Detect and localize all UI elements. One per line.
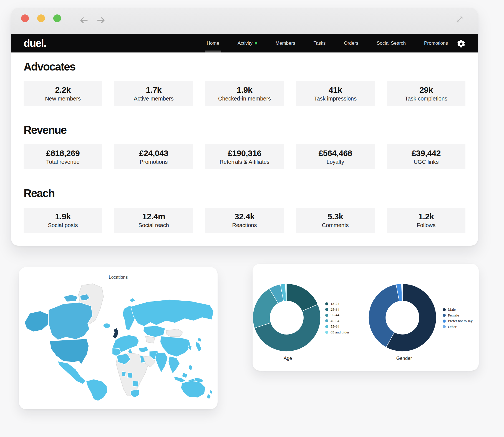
stat-label: Total revenue	[46, 159, 80, 165]
stat-label: Social posts	[48, 222, 78, 228]
age-donut-chart	[253, 283, 321, 352]
stat-card-new-members: 2.2kNew members	[24, 81, 102, 106]
activity-status-dot-icon	[255, 42, 257, 44]
nav-item-promotions[interactable]: Promotions	[422, 34, 450, 52]
map-region-philippines	[188, 364, 192, 371]
stat-label: UGC links	[414, 159, 439, 165]
section-title-reach: Reach	[24, 188, 465, 199]
map-region-south-america	[86, 379, 107, 401]
map-region-japan-north	[198, 338, 202, 342]
stat-card-social-reach: 12.4mSocial reach	[114, 208, 193, 233]
nav-item-activity[interactable]: Activity	[236, 34, 259, 52]
stat-card-loyalty: £564,468Loyalty	[296, 144, 375, 169]
stat-card-referrals-affiliates: £190,316Referrals & Affiliates	[205, 144, 284, 169]
map-region-india	[155, 352, 168, 373]
dashboard-content: Advocates2.2kNew members1.7kActive membe…	[11, 61, 478, 244]
stats-sections: Advocates2.2kNew members1.7kActive membe…	[24, 61, 465, 233]
nav-item-orders[interactable]: Orders	[342, 34, 360, 52]
map-region-new-zealand-north	[209, 390, 213, 395]
stat-label: Task completions	[405, 96, 447, 101]
world-map	[22, 283, 214, 401]
stat-card-promotions: £24,043Promotions	[114, 144, 193, 169]
map-region-angola	[132, 381, 138, 387]
stat-value: 1.9k	[237, 86, 252, 94]
legend-label: Prefer not to say	[448, 319, 473, 323]
legend-swatch-icon	[325, 319, 328, 322]
stat-value: 1.9k	[55, 212, 70, 221]
settings-gear-icon[interactable]	[457, 39, 465, 47]
stat-value: £39,442	[412, 149, 441, 157]
back-arrow-icon[interactable]	[80, 16, 88, 24]
stat-label: Social reach	[138, 222, 169, 228]
stat-value: 1.2k	[418, 212, 434, 221]
legend-item-65-and-older: 65 and older	[325, 330, 349, 335]
legend-swatch-icon	[325, 308, 328, 311]
map-region-new-zealand-south	[206, 394, 211, 400]
age-chart-caption: Age	[284, 356, 292, 361]
map-region-mexico	[58, 361, 85, 384]
map-region-arctic-islands-west	[63, 295, 78, 302]
nav-item-social-search[interactable]: Social Search	[375, 34, 408, 52]
nav-item-label: Promotions	[424, 41, 448, 46]
stat-label: Reactions	[232, 222, 257, 228]
legend-item-other: Other	[443, 324, 473, 330]
stat-label: Task impressions	[314, 96, 357, 101]
reach-card-row: 1.9kSocial posts12.4mSocial reach32.4kRe…	[24, 208, 465, 233]
map-region-alaska	[24, 311, 48, 332]
map-region-central-asia	[145, 336, 155, 343]
active-tab-underline	[205, 51, 221, 52]
stat-value: 12.4m	[142, 212, 165, 221]
stat-value: £190,316	[228, 149, 261, 157]
stat-label: Comments	[322, 222, 349, 228]
stat-label: New members	[45, 96, 81, 101]
legend-swatch-icon	[443, 314, 446, 317]
revenue-card-row: £818,269Total revenue£24,043Promotions£1…	[24, 144, 465, 169]
legend-item-25-34: 25-34	[325, 307, 349, 313]
map-region-iceland	[103, 323, 110, 328]
stat-value: 41k	[329, 86, 342, 94]
legend-label: 35-44	[331, 313, 339, 317]
map-region-southeast-asia	[168, 356, 180, 374]
forward-arrow-icon[interactable]	[97, 16, 105, 24]
dashboard-screenshot: duel. HomeActivityMembersTasksOrdersSoci…	[0, 0, 504, 437]
stat-card-ugc-links: £39,442UGC links	[387, 144, 465, 169]
section-title-revenue: Revenue	[24, 124, 465, 135]
gender-chart-caption: Gender	[396, 356, 412, 361]
nav-item-label: Home	[207, 41, 219, 46]
stat-value: £564,468	[319, 149, 352, 157]
nav-item-home[interactable]: Home	[205, 34, 221, 52]
stat-label: Referrals & Affiliates	[220, 159, 269, 165]
stat-card-social-posts: 1.9kSocial posts	[24, 208, 102, 233]
traffic-light-minimize-button[interactable]	[37, 14, 45, 22]
legend-swatch-icon	[325, 314, 328, 317]
legend-label: 18-24	[331, 302, 339, 306]
expand-window-icon[interactable]	[456, 16, 463, 23]
age-legend: 18-2425-3435-4445-5455-6465 and older	[325, 301, 349, 335]
legend-label: 25-34	[331, 307, 339, 312]
map-region-mongolia	[166, 329, 183, 336]
legend-label: 55-64	[331, 324, 339, 329]
map-region-australia	[181, 381, 205, 398]
legend-label: Male	[448, 307, 456, 312]
map-region-borneo	[182, 373, 188, 378]
stat-card-comments: 5.3kComments	[296, 208, 375, 233]
legend-swatch-icon	[325, 325, 328, 328]
stat-value: 2.2k	[55, 86, 70, 94]
legend-item-55-64: 55-64	[325, 324, 349, 330]
stat-label: Follows	[417, 222, 436, 228]
legend-label: Female	[448, 313, 459, 318]
stat-value: 5.3k	[327, 212, 343, 221]
nav-item-members[interactable]: Members	[274, 34, 297, 52]
legend-item-35-44: 35-44	[325, 312, 349, 318]
traffic-light-close-button[interactable]	[21, 14, 29, 22]
nav-item-tasks[interactable]: Tasks	[312, 34, 327, 52]
map-region-svalbard	[129, 298, 135, 302]
nav-items: HomeActivityMembersTasksOrdersSocial Sea…	[205, 34, 450, 52]
stat-card-active-members: 1.7kActive members	[114, 81, 193, 106]
legend-label: 65 and older	[331, 330, 349, 335]
traffic-light-zoom-button[interactable]	[53, 14, 61, 22]
legend-item-female: Female	[443, 313, 473, 318]
stat-value: £818,269	[46, 149, 80, 157]
map-region-japan	[196, 341, 202, 352]
legend-label: 45-54	[331, 319, 339, 323]
